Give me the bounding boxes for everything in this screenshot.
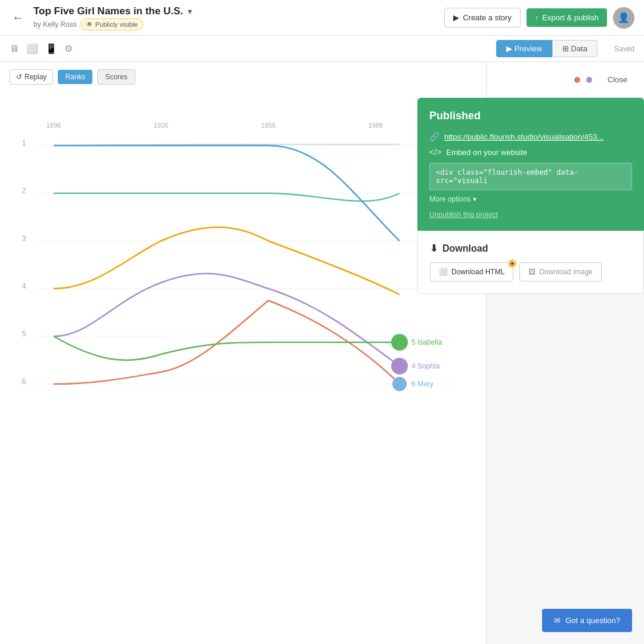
title-dropdown-icon[interactable]: ▾ [188, 7, 192, 16]
embed-row: </> Embed on your website [429, 147, 632, 157]
color-dot-purple [586, 77, 592, 83]
chart-area: ↺ Replay Ranks Scores 1 2 3 4 5 6 1896 1… [0, 62, 486, 644]
story-label: Create a story [463, 13, 512, 22]
tab-data[interactable]: ⊞ Data [552, 40, 597, 57]
got-question-button[interactable]: ✉ Got a question? [542, 609, 632, 632]
svg-text:2: 2 [21, 186, 26, 195]
more-options-arrow: ▾ [473, 195, 476, 203]
tab-preview[interactable]: ▶ Preview [496, 40, 552, 57]
author-row: by Kelly Ross 👁 Publicly visible [33, 18, 192, 30]
svg-text:5 Isabella: 5 Isabella [411, 338, 442, 346]
svg-text:1926: 1926 [154, 122, 168, 129]
download-icon: ⬇ [430, 243, 438, 254]
desktop-icon[interactable]: 🖥 [10, 44, 19, 54]
story-icon: ▶ [453, 13, 459, 22]
svg-text:6 Mary: 6 Mary [411, 380, 434, 388]
export-popup: Published 🔗 https://public.flourish.stud… [417, 98, 644, 294]
preview-icon: ▶ [506, 44, 512, 53]
download-html-button[interactable]: ⬜ Download HTML ★ [430, 262, 513, 281]
download-image-button[interactable]: 🖼 Download image [519, 262, 601, 281]
embed-code-input[interactable]: <div class="flourish-embed" data-src="vi… [429, 163, 632, 190]
svg-text:4: 4 [21, 281, 26, 290]
svg-text:6: 6 [21, 377, 26, 386]
html-icon: ⬜ [439, 268, 448, 276]
tablet-icon[interactable]: ⬜ [26, 43, 38, 54]
secondary-bar: 🖥 ⬜ 📱 ⚙ ▶ Preview ⊞ Data Saved [0, 36, 644, 62]
embed-label: Embed on your website [446, 148, 527, 157]
public-badge: 👁 Publicly visible [80, 18, 144, 30]
code-icon: </> [429, 147, 441, 157]
author-text: by Kelly Ross [33, 20, 77, 29]
device-icons: 🖥 ⬜ 📱 ⚙ [10, 43, 73, 54]
more-options-label: More options [429, 195, 470, 203]
title-row: Top Five Girl Names in the U.S. ▾ [33, 5, 192, 17]
public-label: Publicly visible [95, 21, 138, 28]
chart-title: Top Five Girl Names in the U.S. [33, 5, 183, 17]
svg-text:1896: 1896 [47, 122, 61, 129]
svg-text:5: 5 [21, 329, 26, 338]
color-dot-orange [574, 77, 580, 83]
back-button[interactable]: ← [10, 8, 26, 27]
question-icon: ✉ [554, 616, 561, 625]
img-icon: 🖼 [528, 268, 535, 276]
top-bar: ← Top Five Girl Names in the U.S. ▾ by K… [0, 0, 644, 36]
published-title: Published [429, 110, 632, 122]
title-area: Top Five Girl Names in the U.S. ▾ by Kel… [33, 5, 192, 30]
svg-point-20 [392, 377, 407, 391]
more-options-button[interactable]: More options ▾ [429, 195, 632, 203]
url-row: 🔗 https://public.flourish.studio/visuali… [429, 132, 632, 141]
svg-text:3: 3 [21, 234, 26, 243]
create-story-button[interactable]: ▶ Create a story [444, 8, 521, 27]
view-tabs: ▶ Preview ⊞ Data [496, 40, 597, 57]
chart-container: 1 2 3 4 5 6 1896 1926 1956 1986 [0, 92, 486, 446]
question-label: Got a question? [565, 616, 620, 625]
eye-icon: 👁 [86, 20, 93, 29]
export-icon: ↑ [535, 13, 539, 22]
avatar[interactable]: 👤 [613, 7, 634, 29]
svg-text:1986: 1986 [369, 122, 383, 129]
download-section: ⬇ Download ⬜ Download HTML ★ 🖼 Download … [417, 231, 644, 294]
svg-text:1: 1 [21, 138, 26, 147]
close-panel-button[interactable]: Close [598, 67, 637, 92]
published-section: Published 🔗 https://public.flourish.stud… [417, 98, 644, 231]
export-label: Export & publish [542, 13, 599, 22]
svg-point-16 [391, 358, 408, 374]
published-url[interactable]: https://public.flourish.studio/visualisa… [444, 132, 603, 141]
export-publish-button[interactable]: ↑ Export & publish [527, 8, 607, 27]
link-icon: 🔗 [429, 132, 439, 141]
star-badge: ★ [508, 259, 516, 268]
main-area: ↺ Replay Ranks Scores 1 2 3 4 5 6 1896 1… [0, 62, 644, 644]
download-buttons: ⬜ Download HTML ★ 🖼 Download image [430, 262, 631, 281]
chart-controls: ↺ Replay Ranks Scores [0, 62, 486, 92]
saved-indicator: Saved [614, 45, 634, 53]
top-bar-left: ← Top Five Girl Names in the U.S. ▾ by K… [10, 5, 444, 30]
chart-svg: 1 2 3 4 5 6 1896 1926 1956 1986 [6, 92, 471, 438]
svg-text:4 Sophia: 4 Sophia [411, 362, 440, 370]
svg-point-18 [391, 334, 408, 351]
data-icon: ⊞ [562, 44, 569, 53]
replay-button[interactable]: ↺ Replay [10, 69, 53, 85]
svg-text:1956: 1956 [261, 122, 275, 129]
top-bar-right: ▶ Create a story ↑ Export & publish 👤 [444, 7, 634, 29]
html-label: Download HTML [451, 268, 504, 276]
replay-label: Replay [24, 73, 47, 81]
img-label: Download image [539, 268, 592, 276]
settings-icon[interactable]: ⚙ [64, 43, 73, 54]
ranks-tab[interactable]: Ranks [58, 70, 92, 84]
replay-icon: ↺ [16, 73, 22, 81]
download-title: ⬇ Download [430, 243, 631, 254]
scores-tab[interactable]: Scores [97, 69, 135, 85]
unpublish-link[interactable]: Unpublish this project [429, 210, 632, 219]
mobile-icon[interactable]: 📱 [45, 43, 57, 54]
download-label: Download [442, 243, 488, 254]
